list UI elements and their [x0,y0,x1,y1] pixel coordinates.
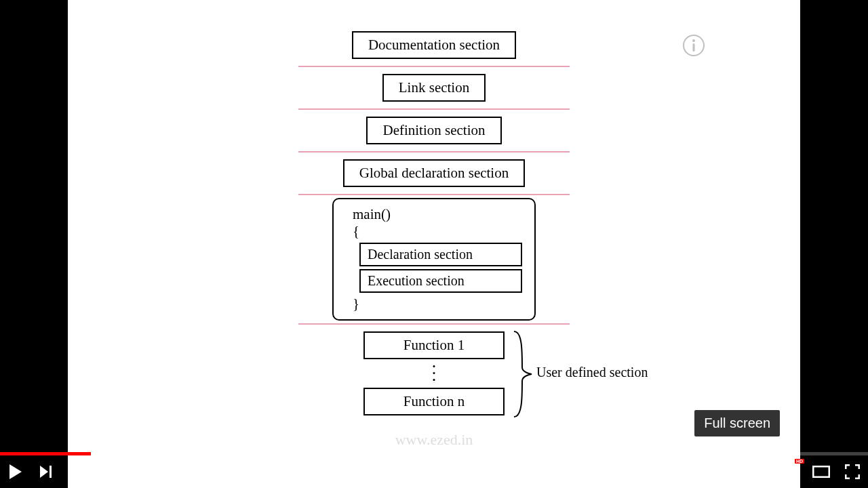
separator [298,151,570,152]
section-box: Link section [382,74,486,102]
svg-point-1 [692,39,695,42]
pillarbox-left [0,0,68,488]
main-inner-box: Declaration section [359,243,522,266]
current-time: 0:25 [98,466,117,477]
function-box: Function n [363,388,505,415]
ellipsis-icon: ··· [363,363,505,384]
svg-marker-3 [9,464,22,479]
fullscreen-tooltip: Full screen [694,410,780,436]
play-button[interactable] [0,456,31,487]
main-function-box: main() { Declaration section Execution s… [332,198,536,321]
settings-button[interactable]: HD [774,456,806,487]
section-box: Global declaration section [343,159,525,187]
total-time: 3:58 [125,466,144,477]
hd-badge: HD [795,459,804,464]
separator [298,323,570,325]
main-header: main() [346,206,522,223]
video-player: Documentation section Link section Defin… [0,0,868,488]
fullscreen-button[interactable] [837,456,868,487]
user-defined-label: User defined section [536,365,648,380]
main-inner-box: Execution section [359,269,522,293]
section-box: Documentation section [352,31,516,59]
close-brace: } [346,296,522,312]
open-brace: { [346,223,522,240]
pillarbox-right [800,0,868,488]
section-box: Definition section [366,117,501,144]
player-controls: 0:25 / 3:58 HD [0,455,868,488]
separator [298,108,570,110]
svg-marker-4 [40,466,48,478]
svg-marker-6 [70,466,77,478]
svg-rect-7 [813,466,829,477]
next-button[interactable] [31,456,62,487]
svg-rect-2 [693,43,695,52]
curly-brace-icon [513,330,533,418]
program-structure-diagram: Documentation section Link section Defin… [258,27,610,420]
theater-mode-button[interactable] [806,456,837,487]
separator [298,194,570,195]
time-display: 0:25 / 3:58 [98,466,144,477]
watermark: www.ezed.in [395,431,473,449]
svg-rect-5 [50,466,52,478]
video-content[interactable]: Documentation section Link section Defin… [68,0,800,488]
function-box: Function 1 [363,331,505,359]
volume-button[interactable] [62,456,94,487]
separator [298,66,570,67]
info-icon[interactable] [682,34,705,57]
